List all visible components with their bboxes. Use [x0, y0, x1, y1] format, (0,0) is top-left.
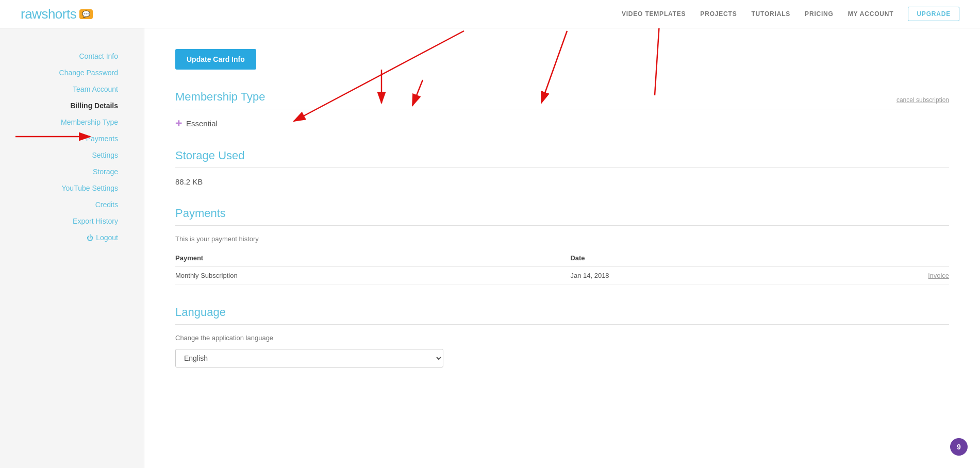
- table-row: Monthly Subscription Jan 14, 2018 invoic…: [175, 266, 949, 285]
- payment-cell: Monthly Subscription: [175, 266, 570, 285]
- main-content: Update Card Info Membership Type cancel …: [144, 28, 980, 468]
- language-select[interactable]: English: [175, 349, 443, 367]
- page-wrapper: Contact Info Change Password Team Accoun…: [0, 28, 980, 468]
- sidebar: Contact Info Change Password Team Accoun…: [0, 28, 144, 468]
- logo-icon: 💬: [79, 9, 93, 19]
- nav-pricing[interactable]: PRICING: [805, 10, 834, 18]
- nav-tutorials[interactable]: TUTORIALS: [751, 10, 790, 18]
- sidebar-item-logout[interactable]: ⏻ Logout: [87, 230, 118, 245]
- storage-value: 88.2 KB: [175, 177, 949, 186]
- cancel-subscription-link[interactable]: cancel subscription: [896, 96, 949, 104]
- nav-my-account[interactable]: MY ACCOUNT: [848, 10, 894, 18]
- payments-table: Payment Date Monthly Subscription Jan 14…: [175, 250, 949, 285]
- storage-section: Storage Used 88.2 KB: [175, 149, 949, 186]
- logo: rawshorts 💬: [21, 6, 93, 22]
- language-section: Language Change the application language…: [175, 306, 949, 367]
- language-title: Language: [175, 306, 949, 325]
- nav-projects[interactable]: PROJECTS: [700, 10, 737, 18]
- essential-icon: ✚: [175, 119, 182, 128]
- main-nav: VIDEO TEMPLATES PROJECTS TUTORIALS PRICI…: [622, 7, 959, 21]
- sidebar-item-team-account[interactable]: Team Account: [73, 82, 118, 96]
- sidebar-item-change-password[interactable]: Change Password: [59, 65, 118, 80]
- sidebar-item-contact-info[interactable]: Contact Info: [79, 49, 119, 63]
- date-col-header: Date: [570, 250, 817, 266]
- notification-count: 9: [957, 443, 961, 451]
- sidebar-item-membership-type[interactable]: Membership Type: [61, 115, 118, 129]
- invoice-cell: invoice: [817, 266, 949, 285]
- sidebar-item-export-history[interactable]: Export History: [73, 214, 118, 228]
- sidebar-item-billing-details[interactable]: Billing Details: [70, 98, 118, 113]
- sidebar-item-settings[interactable]: Settings: [92, 148, 118, 162]
- notification-badge[interactable]: 9: [950, 438, 968, 456]
- sidebar-item-storage[interactable]: Storage: [93, 164, 118, 179]
- storage-title: Storage Used: [175, 149, 949, 168]
- membership-type-title: Membership Type cancel subscription: [175, 90, 949, 109]
- language-description: Change the application language: [175, 334, 949, 342]
- update-card-button[interactable]: Update Card Info: [175, 49, 256, 70]
- sidebar-nav: Contact Info Change Password Team Accoun…: [10, 49, 134, 245]
- payments-section: Payments This is your payment history Pa…: [175, 207, 949, 285]
- payments-title: Payments: [175, 207, 949, 226]
- invoice-link[interactable]: invoice: [928, 272, 949, 279]
- membership-type-section: Membership Type cancel subscription ✚ Es…: [175, 90, 949, 128]
- sidebar-item-credits[interactable]: Credits: [95, 197, 118, 212]
- logo-text: rawshorts: [21, 6, 76, 22]
- upgrade-button[interactable]: UPGRADE: [908, 7, 959, 21]
- sidebar-item-payments[interactable]: Payments: [86, 131, 118, 146]
- sidebar-item-youtube-settings[interactable]: YouTube Settings: [62, 181, 119, 195]
- date-cell: Jan 14, 2018: [570, 266, 817, 285]
- membership-value: ✚ Essential: [175, 119, 949, 128]
- payments-description: This is your payment history: [175, 235, 949, 243]
- power-icon: ⏻: [87, 234, 93, 242]
- header: rawshorts 💬 VIDEO TEMPLATES PROJECTS TUT…: [0, 0, 980, 28]
- payment-col-header: Payment: [175, 250, 570, 266]
- nav-video-templates[interactable]: VIDEO TEMPLATES: [622, 10, 686, 18]
